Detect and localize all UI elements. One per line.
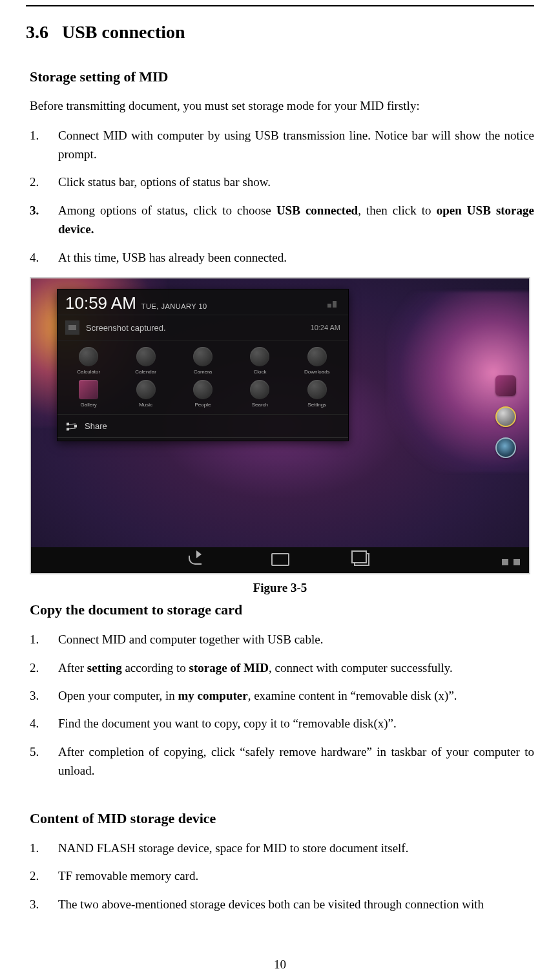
list-item: 5. After completion of copying, click “s… <box>30 742 534 780</box>
calculator-icon <box>79 347 98 366</box>
homescreen-side-icons <box>495 375 516 458</box>
app-label: Gallery <box>81 402 97 408</box>
gallery-icon <box>79 380 98 399</box>
app-label: Calendar <box>135 369 156 375</box>
app-label: Clock <box>253 369 266 375</box>
app-people[interactable]: People <box>176 380 230 408</box>
nav-back-button[interactable] <box>189 553 207 567</box>
nav-home-button[interactable] <box>271 553 289 567</box>
list-item: 2. TF removable memory card. <box>30 866 534 885</box>
list-number: 1. <box>30 839 58 857</box>
camera-icon <box>193 347 213 366</box>
list-text: Find the document you want to copy, copy… <box>58 714 534 733</box>
intro-paragraph: Before transmitting document, you must s… <box>30 97 534 116</box>
clock-time: 10:59 AM <box>65 293 136 313</box>
app-calendar[interactable]: Calendar <box>118 347 172 375</box>
heading-number: 3.6 <box>26 22 48 43</box>
top-rule <box>26 5 534 6</box>
list-item: 2. Click status bar, options of status b… <box>30 173 534 191</box>
app-label: Search <box>252 402 268 408</box>
list-item: 3. Among options of status, click to cho… <box>30 201 534 239</box>
text-span: After <box>58 661 87 675</box>
list-item: 4. At this time, USB has already been co… <box>30 248 534 267</box>
wifi-icon <box>502 559 508 565</box>
homescreen-gallery-icon[interactable] <box>495 375 516 396</box>
text-span: Open your computer, in <box>58 689 178 702</box>
share-row[interactable]: Share <box>57 414 348 437</box>
list-text: After setting according to storage of MI… <box>58 658 534 677</box>
text-span: Among options of status, click to choose <box>58 204 276 217</box>
back-icon <box>189 556 202 565</box>
list-text: Among options of status, click to choose… <box>58 201 534 239</box>
app-gallery[interactable]: Gallery <box>61 380 116 408</box>
list-item: 1. NAND FLASH storage device, space for … <box>30 839 534 857</box>
system-navbar <box>31 547 529 573</box>
people-icon <box>193 380 213 399</box>
app-calculator[interactable]: Calculator <box>61 347 116 375</box>
list-number: 3. <box>30 895 58 914</box>
panel-clock-row: 10:59 AM TUE, JANUARY 10 <box>57 289 348 315</box>
subheading-copy: Copy the document to storage card <box>30 602 534 618</box>
list-number: 3. <box>30 201 58 239</box>
app-label: Settings <box>307 402 326 408</box>
app-label: Camera <box>194 369 212 375</box>
list-number: 1. <box>30 126 58 164</box>
downloads-icon <box>307 347 327 366</box>
document-page: 3.6 USB connection Storage setting of MI… <box>0 5 560 973</box>
recent-icon <box>354 553 369 566</box>
heading-title: USB connection <box>62 22 185 42</box>
list-number: 4. <box>30 248 58 267</box>
homescreen-widget-icon[interactable] <box>495 406 516 427</box>
figure: 10:59 AM TUE, JANUARY 10 Screenshot capt… <box>30 277 530 574</box>
home-icon <box>271 553 289 566</box>
spacer <box>26 791 534 804</box>
app-label: Downloads <box>304 369 330 375</box>
homescreen-camera-icon[interactable] <box>495 437 516 458</box>
nav-recent-button[interactable] <box>354 553 372 567</box>
list-number: 2. <box>30 866 58 885</box>
list-text: NAND FLASH storage device, space for MID… <box>58 839 534 857</box>
list-number: 4. <box>30 714 58 733</box>
app-music[interactable]: Music <box>118 380 172 408</box>
app-downloads[interactable]: Downloads <box>290 347 344 375</box>
clock-date: TUE, JANUARY 10 <box>141 302 207 310</box>
bold-span: storage of MID <box>189 661 269 675</box>
search-icon <box>250 380 269 399</box>
list-item: 1. Connect MID and computer together wit… <box>30 630 534 649</box>
list-number: 2. <box>30 658 58 677</box>
app-label: Calculator <box>77 369 100 375</box>
list-text: Click status bar, options of status bar … <box>58 173 534 191</box>
subheading-storage: Storage setting of MID <box>30 68 534 85</box>
app-label: People <box>195 402 211 408</box>
notification-row[interactable]: Screenshot captured. 10:24 AM <box>57 315 348 340</box>
app-search[interactable]: Search <box>233 380 287 408</box>
tablet-screenshot: 10:59 AM TUE, JANUARY 10 Screenshot capt… <box>30 277 530 574</box>
list-number: 3. <box>30 686 58 705</box>
clock-icon <box>250 347 269 366</box>
list-text: Connect MID with computer by using USB t… <box>58 126 534 164</box>
calendar-icon <box>136 347 156 366</box>
music-icon <box>136 380 156 399</box>
list-number: 2. <box>30 173 58 191</box>
quick-app-grid: Calculator Calendar Camera Clock Downloa… <box>57 340 348 414</box>
list-text: TF removable memory card. <box>58 866 534 885</box>
screenshot-thumb-icon <box>65 320 79 335</box>
content-list: 1. NAND FLASH storage device, space for … <box>26 839 534 914</box>
page-number: 10 <box>0 957 560 972</box>
app-camera[interactable]: Camera <box>176 347 230 375</box>
list-text: Open your computer, in my computer, exam… <box>58 686 534 705</box>
notification-time: 10:24 AM <box>311 324 340 331</box>
list-number: 1. <box>30 630 58 649</box>
app-label: Music <box>139 402 152 408</box>
app-settings[interactable]: Settings <box>290 380 344 408</box>
app-clock[interactable]: Clock <box>233 347 287 375</box>
settings-toggle-icon[interactable] <box>326 300 340 309</box>
list-number: 5. <box>30 742 58 780</box>
notification-label: Screenshot captured. <box>86 323 166 333</box>
list-item: 3. The two above-mentioned storage devic… <box>30 895 534 914</box>
list-item: 2. After setting according to storage of… <box>30 658 534 677</box>
list-text: Connect MID and computer together with U… <box>58 630 534 649</box>
text-span: , then click to <box>358 204 437 217</box>
bold-span: setting <box>87 661 122 675</box>
notification-panel[interactable]: 10:59 AM TUE, JANUARY 10 Screenshot capt… <box>57 289 349 441</box>
